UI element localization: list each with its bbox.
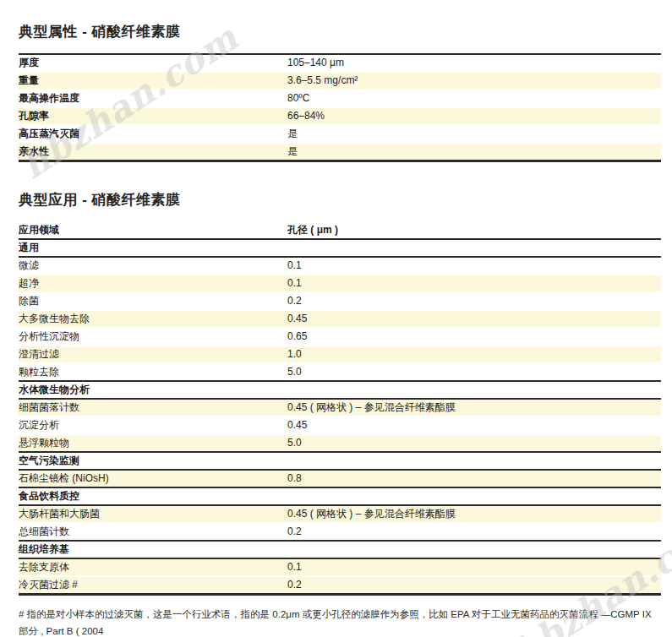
table-row: 细菌菌落计数0.45 ( 网格状 ) – 参见混合纤维素酯膜 [19,399,661,416]
row-value: 1.0 [287,346,661,363]
table-row: 高压蒸汽灭菌是 [19,125,661,143]
row-label: 超净 [19,275,287,292]
table-row: 石棉尘镜检 (NiOsH)0.8 [19,470,661,487]
table-row: 去除支原体0.1 [19,558,661,576]
table-row: 除菌0.2 [19,292,661,310]
row-value: 0.45 ( 网格状 ) – 参见混合纤维素酯膜 [287,399,661,416]
row-label: 亲水性 [19,143,287,161]
applications-header-row: 应用领域 孔径 ( μm ) [19,221,661,239]
properties-table: 厚度105–140 μm重量3.6–5.5 mg/cm²最高操作温度80ºC孔隙… [19,53,661,162]
section-header-label: 空气污染监测 [19,452,661,470]
properties-title: 典型属性 - 硝酸纤维素膜 [19,22,661,41]
row-value: 是 [287,125,661,143]
row-value: 是 [287,143,661,161]
table-row: 颗粒去除5.0 [19,363,661,381]
applications-table: 应用领域 孔径 ( μm ) 通用微滤0.1超净0.1除菌0.2大多微生物去除0… [19,221,661,596]
table-row: 悬浮颗粒物5.0 [19,434,661,452]
row-value: 0.2 [287,292,661,310]
table-row: 大多微生物去除0.45 [19,310,661,328]
application-field-header: 应用领域 [19,221,287,239]
row-value: 0.2 [287,523,661,541]
footnote: # 指的是对小样本的过滤灭菌，这是一个行业术语，指的是 0.2μm 或更小孔径的… [19,606,661,637]
row-value: 105–140 μm [287,54,661,72]
row-label: 孔隙率 [19,107,287,125]
section-header-row: 组织培养基 [19,541,661,558]
table-row: 大肠杆菌和大肠菌0.45 ( 网格状 ) – 参见混合纤维素酯膜 [19,505,661,523]
row-label: 悬浮颗粒物 [19,434,287,452]
row-value: 66–84% [287,107,661,125]
row-value: 0.45 [287,416,661,434]
section-header-row: 空气污染监测 [19,452,661,470]
table-row: 分析性沉淀物0.65 [19,328,661,346]
section-header-label: 组织培养基 [19,541,661,558]
row-value: 5.0 [287,434,661,452]
section-header-row: 食品饮料质控 [19,487,661,505]
applications-title: 典型应用 - 硝酸纤维素膜 [19,190,661,210]
row-label: 大多微生物去除 [19,310,287,328]
pore-size-header: 孔径 ( μm ) [287,221,661,239]
row-label: 颗粒去除 [19,363,287,381]
row-label: 最高操作温度 [19,90,287,107]
section-header-label: 通用 [19,239,661,257]
row-label: 高压蒸汽灭菌 [19,125,287,143]
row-label: 微滤 [19,257,287,275]
row-value: 3.6–5.5 mg/cm² [287,72,661,90]
row-label: 总细菌计数 [19,523,287,541]
row-value: 0.1 [287,257,661,275]
row-label: 大肠杆菌和大肠菌 [19,505,287,523]
row-label: 分析性沉淀物 [19,328,287,346]
row-label: 冷灭菌过滤 # [19,576,287,595]
row-value: 5.0 [287,363,661,381]
document-page: 典型属性 - 硝酸纤维素膜 厚度105–140 μm重量3.6–5.5 mg/c… [0,0,672,637]
table-row: 重量3.6–5.5 mg/cm² [19,72,661,90]
row-label: 石棉尘镜检 (NiOsH) [19,470,287,487]
row-value: 0.2 [287,576,661,595]
row-label: 厚度 [19,54,287,72]
row-label: 沉淀分析 [19,416,287,434]
section-header-label: 食品饮料质控 [19,487,661,505]
table-row: 冷灭菌过滤 #0.2 [19,576,661,595]
table-row: 超净0.1 [19,275,661,292]
section-header-row: 水体微生物分析 [19,381,661,399]
table-row: 总细菌计数0.2 [19,523,661,541]
table-row: 澄清过滤1.0 [19,346,661,363]
row-label: 重量 [19,72,287,90]
row-value: 0.8 [287,470,661,487]
row-value: 0.1 [287,275,661,292]
row-label: 澄清过滤 [19,346,287,363]
table-row: 孔隙率66–84% [19,107,661,125]
section-header-label: 水体微生物分析 [19,381,661,399]
section-header-row: 通用 [19,239,661,257]
table-row: 厚度105–140 μm [19,54,661,72]
table-row: 微滤0.1 [19,257,661,275]
row-value: 0.65 [287,328,661,346]
row-value: 0.45 ( 网格状 ) – 参见混合纤维素酯膜 [287,505,661,523]
row-value: 0.45 [287,310,661,328]
row-value: 80ºC [287,90,661,107]
table-row: 最高操作温度80ºC [19,90,661,107]
table-row: 亲水性是 [19,143,661,161]
row-value: 0.1 [287,558,661,576]
footnote-line-1: # 指的是对小样本的过滤灭菌，这是一个行业术语，指的是 0.2μm 或更小孔径的… [19,609,652,636]
row-label: 去除支原体 [19,558,287,576]
row-label: 除菌 [19,292,287,310]
table-row: 沉淀分析0.45 [19,416,661,434]
row-label: 细菌菌落计数 [19,399,287,416]
